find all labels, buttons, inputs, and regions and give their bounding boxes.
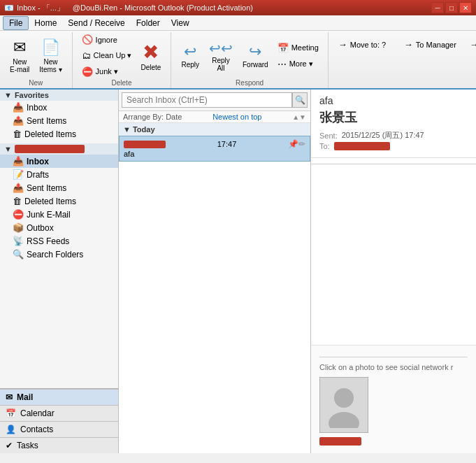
reading-pane: afa 张景玉 Sent: 2015/12/25 (周五) 17:47 To: …: [311, 90, 476, 453]
menu-send-receive[interactable]: Send / Receive: [62, 17, 130, 29]
ribbon-group-quicksteps: → Move to: ? → To Manager → Team E-mail …: [329, 32, 476, 88]
menu-bar: File Home Send / Receive Folder View: [0, 15, 476, 31]
social-hint: Click on a photo to see social network r: [319, 363, 468, 371]
team-email-button[interactable]: → Team E-mail: [466, 37, 476, 52]
new-email-button[interactable]: ✉ NewE-mail: [6, 35, 34, 77]
window-user: @DouBi.Ren - Microsoft Outlook (Product …: [73, 3, 253, 12]
sidebar: ▼ Favorites 📥 Inbox 📤 Sent Items 🗑 Delet…: [0, 90, 119, 453]
to-label: To:: [319, 142, 330, 150]
arrange-by-label: Arrange By: Date: [123, 113, 182, 121]
cleanup-button[interactable]: 🗂 Clean Up ▾: [78, 48, 136, 63]
reply-all-icon: ↩↩: [209, 40, 233, 57]
search-bar: 🔍: [119, 90, 310, 111]
sidebar-deleted[interactable]: 🗑 Deleted Items: [0, 194, 118, 208]
delete-label: Delete: [141, 64, 161, 71]
contacts-tab-icon: 👤: [6, 425, 16, 434]
svg-point-0: [334, 388, 354, 408]
sort-order-link[interactable]: Newest on top: [212, 113, 261, 121]
menu-home[interactable]: Home: [29, 17, 62, 29]
email-sender-blurred: [124, 141, 166, 148]
ignore-icon: 🚫: [82, 34, 93, 45]
meeting-button[interactable]: 📅 Meeting: [274, 41, 322, 55]
search-folders-icon: 🔍: [13, 249, 24, 259]
reading-header: afa 张景玉 Sent: 2015/12/25 (周五) 17:47 To:: [311, 90, 476, 158]
win-icon: 📧: [4, 3, 14, 13]
close-button[interactable]: ✕: [459, 2, 472, 13]
more-button[interactable]: ⋯ More ▾: [274, 57, 322, 71]
drafts-label: Drafts: [27, 170, 49, 180]
arrange-bar: Arrange By: Date Newest on top ▲▼: [119, 111, 310, 123]
search-button[interactable]: 🔍: [292, 92, 308, 108]
reply-all-label: ReplyAll: [212, 57, 230, 72]
new-items-button[interactable]: 📄 NewItems ▾: [35, 35, 66, 77]
nav-tab-calendar[interactable]: 📅 Calendar: [0, 405, 118, 421]
favorites-sent-label: Sent Items: [27, 116, 66, 126]
sidebar-rss[interactable]: 📡 RSS Feeds: [0, 234, 118, 248]
nav-tab-tasks[interactable]: ✔ Tasks: [0, 437, 118, 453]
sidebar-favorites-deleted[interactable]: 🗑 Deleted Items: [0, 127, 118, 141]
new-email-label: NewE-mail: [10, 58, 29, 73]
junk-button[interactable]: ⛔ Junk ▾: [78, 64, 136, 79]
new-items-label: NewItems ▾: [39, 58, 62, 73]
sidebar-outbox[interactable]: 📦 Outbox: [0, 221, 118, 234]
forward-icon: ↪: [249, 43, 261, 61]
outbox-label: Outbox: [27, 223, 54, 233]
menu-file[interactable]: File: [3, 16, 29, 30]
sidebar-drafts[interactable]: 📝 Drafts: [0, 168, 118, 181]
favorites-inbox-label: Inbox: [27, 103, 47, 113]
forward-button[interactable]: ↪ Forward: [238, 35, 273, 77]
title-bar: 📧 Inbox - 「...」 @DouBi.Ren - Microsoft O…: [0, 0, 476, 15]
favorites-label: Favorites: [15, 91, 49, 99]
rss-label: RSS Feeds: [27, 236, 69, 246]
new-email-icon: ✉: [13, 38, 26, 57]
ribbon-group-respond: ↩ Reply ↩↩ ReplyAll ↪ Forward 📅 Meeting: [171, 32, 328, 88]
sent2-icon: 📤: [13, 183, 24, 193]
ignore-button[interactable]: 🚫 Ignore: [78, 32, 136, 47]
reply-button[interactable]: ↩ Reply: [177, 35, 203, 77]
reply-icon: ↩: [184, 43, 196, 61]
more-label: More ▾: [289, 59, 313, 69]
move-to-button[interactable]: → Move to: ?: [335, 37, 398, 52]
sidebar-favorites-inbox[interactable]: 📥 Inbox: [0, 101, 118, 114]
sent-date: 2015/12/25 (周五) 17:47: [342, 130, 424, 141]
sidebar-favorites-header[interactable]: ▼ Favorites: [0, 90, 118, 101]
to-manager-button[interactable]: → To Manager: [401, 37, 463, 52]
email-list: 🔍 Arrange By: Date Newest on top ▲▼ ▼ To…: [119, 90, 311, 453]
sidebar-inbox[interactable]: 📥 Inbox: [0, 155, 118, 168]
sidebar-account-header[interactable]: ▼: [0, 143, 118, 155]
mail-tab-label: Mail: [17, 392, 33, 402]
main-container: ▼ Favorites 📥 Inbox 📤 Sent Items 🗑 Delet…: [0, 90, 476, 453]
inbox-label: Inbox: [27, 157, 49, 166]
cleanup-label: Clean Up ▾: [94, 51, 132, 60]
sender-name: 张景玉: [319, 109, 468, 126]
search-input[interactable]: [122, 92, 292, 108]
maximize-button[interactable]: □: [445, 2, 458, 13]
sidebar-search-folders[interactable]: 🔍 Search Folders: [0, 248, 118, 261]
more-icon: ⋯: [277, 59, 287, 69]
menu-view[interactable]: View: [166, 17, 195, 29]
contacts-tab-label: Contacts: [20, 425, 53, 434]
email-time: 17:47: [217, 140, 237, 148]
reply-label: Reply: [181, 61, 199, 69]
today-arrow: ▼: [123, 125, 133, 134]
to-address-blurred: [334, 142, 390, 150]
reply-all-button[interactable]: ↩↩ ReplyAll: [205, 35, 237, 77]
menu-folder[interactable]: Folder: [131, 17, 166, 29]
junk-icon: ⛔: [82, 66, 93, 77]
junk-label: Junk ▾: [96, 67, 118, 76]
deleted2-icon: 🗑: [13, 196, 22, 206]
delete-button[interactable]: ✖ Delete: [137, 35, 166, 77]
account-collapse-icon: ▼: [4, 145, 12, 153]
sidebar-sent[interactable]: 📤 Sent Items: [0, 181, 118, 194]
nav-tab-contacts[interactable]: 👤 Contacts: [0, 421, 118, 437]
favorites-deleted-label: Deleted Items: [24, 129, 76, 139]
email-item-0[interactable]: 17:47 📌✏ afa: [119, 136, 310, 162]
email-action-icons: 📌✏: [288, 139, 305, 149]
minimize-button[interactable]: ─: [431, 2, 444, 13]
calendar-tab-icon: 📅: [6, 408, 16, 418]
sidebar-favorites-sent[interactable]: 📤 Sent Items: [0, 114, 118, 127]
sidebar-junk[interactable]: ⛔ Junk E-Mail: [0, 208, 118, 221]
rss-icon: 📡: [13, 236, 24, 246]
social-section: Click on a photo to see social network r: [311, 345, 476, 453]
nav-tab-mail[interactable]: ✉ Mail: [0, 389, 118, 405]
